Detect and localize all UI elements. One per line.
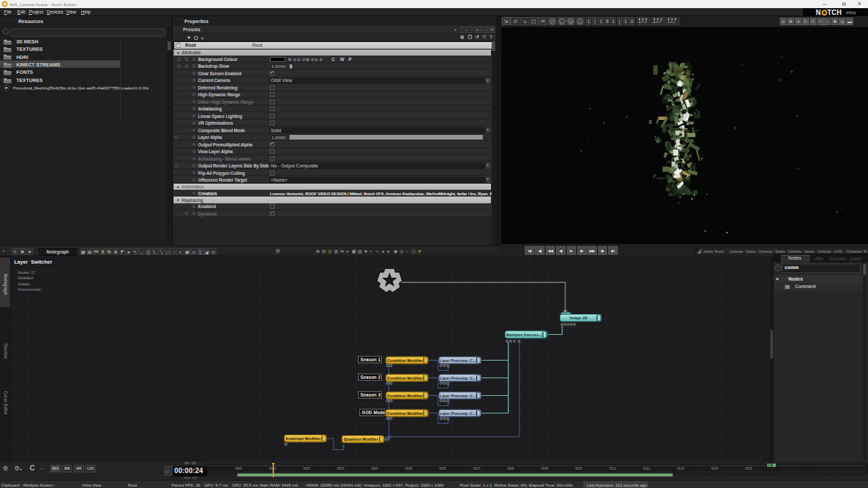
svg-text:Condition Modifier: Condition Modifier [387,394,424,398]
svg-text:Layer Precomp: C...: Layer Precomp: C... [440,359,477,363]
svg-text:Quantise Modifier: Quantise Modifier [344,437,378,441]
svg-text:Multiplex Sources...: Multiplex Sources... [506,333,542,337]
svg-text:Envelope Modifier: Envelope Modifier [285,436,321,441]
svg-text:Season 2: Season 2 [361,375,381,380]
svg-text:Season 3: Season 3 [361,392,381,397]
svg-text:Layer Precomp: C...: Layer Precomp: C... [440,394,477,398]
svg-text:Condition Modifier: Condition Modifier [387,359,424,363]
svg-text:Layer Precomp: C...: Layer Precomp: C... [440,376,477,380]
svg-text:Condition Modifier: Condition Modifier [387,411,424,415]
svg-text:Condition Modifier: Condition Modifier [387,376,424,380]
svg-text:GOD Mode: GOD Mode [362,410,386,415]
svg-text:Layer Precomp: C...: Layer Precomp: C... [440,411,477,415]
svg-text:Image 2D: Image 2D [570,316,588,320]
svg-text:Season 1: Season 1 [361,357,381,362]
